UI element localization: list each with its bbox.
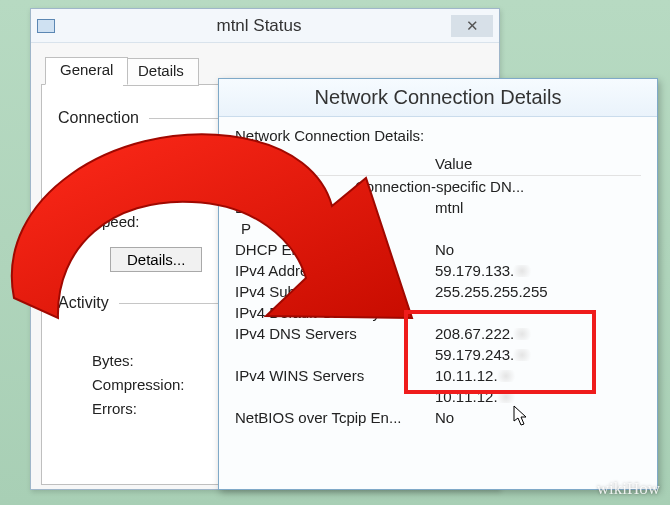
redacted [511, 328, 533, 340]
system-icon [37, 19, 55, 33]
detail-row[interactable]: NetBIOS over Tcpip En... No [235, 407, 641, 428]
redacted [495, 391, 517, 403]
redacted [511, 349, 533, 361]
redacted [495, 370, 517, 382]
detail-row[interactable]: IPv4 Default Gateway [235, 302, 641, 323]
details-button[interactable]: Details... [110, 247, 202, 272]
watermark: wikiHow [597, 479, 660, 499]
details-list-label: Network Connection Details: [235, 127, 641, 144]
close-icon: ✕ [466, 17, 479, 35]
status-titlebar[interactable]: mtnl Status ✕ [31, 9, 499, 43]
header-value: Value [435, 155, 641, 172]
detail-row[interactable]: IPv4 DNS Servers 208.67.222. [235, 323, 641, 344]
tab-details[interactable]: Details [123, 58, 199, 86]
status-title: mtnl Status [67, 16, 451, 36]
detail-row[interactable]: Connection-specific DN... [235, 176, 641, 197]
activity-group-label: Activity [58, 294, 109, 312]
redacted [511, 265, 533, 277]
detail-row[interactable]: IPv4 WINS Servers 10.11.12. [235, 365, 641, 386]
tab-general[interactable]: General [45, 57, 128, 85]
header-property: Property [235, 155, 435, 172]
details-column-headers: Property Value [235, 152, 641, 176]
detail-row[interactable]: 10.11.12. [235, 386, 641, 407]
detail-row[interactable]: Description mtnl [235, 197, 641, 218]
detail-row[interactable]: IPv4 Subnet Mask 255.255.255.255 [235, 281, 641, 302]
details-window: Network Connection Details Network Conne… [218, 78, 658, 490]
close-button[interactable]: ✕ [451, 15, 493, 37]
details-title[interactable]: Network Connection Details [219, 79, 657, 117]
detail-row[interactable]: DHCP Enabled No [235, 239, 641, 260]
detail-row[interactable]: IPv4 Address 59.179.133. [235, 260, 641, 281]
detail-row[interactable]: 59.179.243. [235, 344, 641, 365]
connection-group-label: Connection [58, 109, 139, 127]
detail-row[interactable]: P [235, 218, 641, 239]
